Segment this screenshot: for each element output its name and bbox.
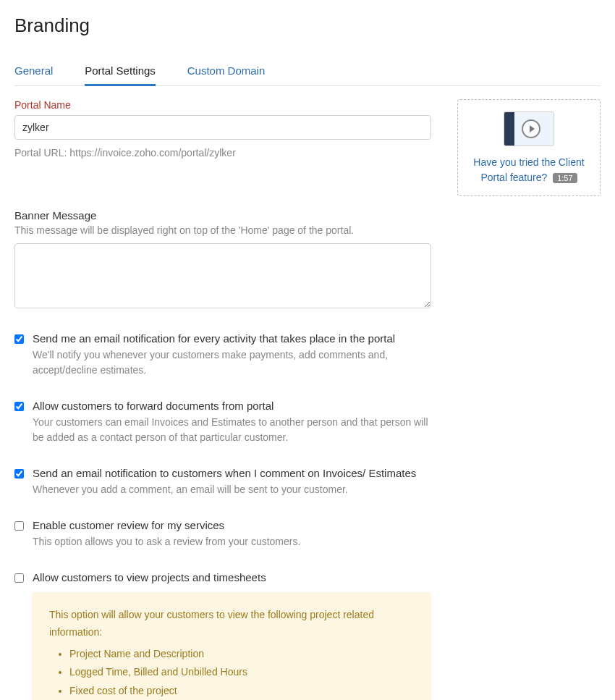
email-activity-desc: We'll notify you whenever your customers… — [33, 347, 431, 378]
forward-docs-title: Allow customers to forward documents fro… — [33, 400, 431, 412]
comment-notify-desc: Whenever you add a comment, an email wil… — [33, 482, 431, 497]
tabs: General Portal Settings Custom Domain — [14, 57, 601, 86]
info-item: Logged Time, Billed and Unbilled Hours — [69, 664, 414, 681]
promo-video-thumb[interactable] — [504, 111, 554, 146]
banner-desc: This message will be displayed right on … — [14, 224, 431, 236]
checkbox-view-projects[interactable] — [14, 573, 24, 583]
comment-notify-title: Send an email notification to customers … — [33, 467, 431, 479]
tab-custom-domain[interactable]: Custom Domain — [187, 57, 266, 84]
portal-name-label: Portal Name — [14, 99, 431, 111]
promo-box: Have you tried the Client Portal feature… — [457, 99, 601, 196]
email-activity-title: Send me an email notification for every … — [33, 332, 431, 345]
banner-textarea[interactable] — [14, 243, 431, 308]
checkbox-customer-review[interactable] — [14, 521, 24, 531]
forward-docs-desc: Your customers can email Invoices and Es… — [33, 415, 431, 445]
tab-general[interactable]: General — [14, 57, 53, 84]
customer-review-desc: This option allows you to ask a review f… — [33, 534, 431, 549]
checkbox-email-activity[interactable] — [14, 334, 24, 344]
info-item: Project Name and Description — [69, 646, 414, 663]
portal-url-text: Portal URL: https://invoice.zoho.com/por… — [14, 147, 431, 159]
page-title: Branding — [14, 14, 601, 37]
tab-portal-settings[interactable]: Portal Settings — [85, 57, 156, 86]
customer-review-title: Enable customer review for my services — [33, 519, 431, 531]
play-icon — [522, 119, 540, 138]
view-projects-info: This option will allow your customers to… — [32, 592, 431, 700]
promo-duration: 1:57 — [553, 173, 577, 183]
checkbox-forward-docs[interactable] — [14, 402, 24, 411]
checkbox-comment-notify[interactable] — [14, 469, 24, 478]
banner-label: Banner Message — [14, 209, 431, 222]
view-projects-info-intro: This option will allow your customers to… — [49, 609, 374, 638]
portal-name-input[interactable] — [14, 115, 431, 140]
view-projects-title: Allow customers to view projects and tim… — [33, 571, 431, 583]
info-item: Fixed cost of the project — [69, 683, 414, 700]
